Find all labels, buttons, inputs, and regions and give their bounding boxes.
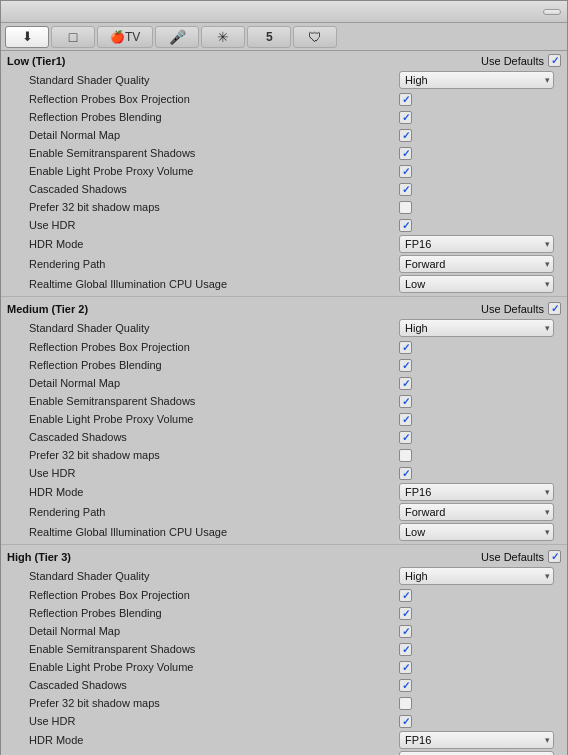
row-tier1-9: HDR ModeFP16R11G11B10	[1, 234, 567, 254]
row-tier1-3: Detail Normal Map	[1, 126, 567, 144]
checkbox-tier1-8[interactable]	[399, 219, 412, 232]
row-tier3-9: HDR ModeFP16R11G11B10	[1, 730, 567, 750]
select-tier1-11[interactable]: LowMediumHighUnlimited	[399, 275, 554, 293]
row-label-tier2-2: Reflection Probes Blending	[29, 359, 399, 371]
row-label-tier1-1: Reflection Probes Box Projection	[29, 93, 399, 105]
row-control-tier1-7	[399, 201, 559, 214]
select-tier2-9[interactable]: FP16R11G11B10	[399, 483, 554, 501]
checkbox-tier2-2[interactable]	[399, 359, 412, 372]
tab-controller[interactable]: 🎤	[155, 26, 199, 48]
select-tier2-0[interactable]: LowMediumHigh	[399, 319, 554, 337]
row-control-tier1-4	[399, 147, 559, 160]
checkbox-tier1-6[interactable]	[399, 183, 412, 196]
checkbox-tier1-7[interactable]	[399, 201, 412, 214]
use-defaults-label-tier2: Use Defaults	[481, 303, 544, 315]
select-tier3-0[interactable]: LowMediumHigh	[399, 567, 554, 585]
checkbox-tier2-8[interactable]	[399, 467, 412, 480]
row-tier3-5: Enable Light Probe Proxy Volume	[1, 658, 567, 676]
row-label-tier2-3: Detail Normal Map	[29, 377, 399, 389]
tab-mobile[interactable]: ⬇	[5, 26, 49, 48]
row-label-tier2-11: Realtime Global Illumination CPU Usage	[29, 526, 399, 538]
select-tier1-9[interactable]: FP16R11G11B10	[399, 235, 554, 253]
select-tier2-10[interactable]: ForwardDeferred	[399, 503, 554, 521]
checkbox-tier3-1[interactable]	[399, 589, 412, 602]
row-tier2-3: Detail Normal Map	[1, 374, 567, 392]
row-label-tier1-0: Standard Shader Quality	[29, 74, 399, 86]
row-tier3-10: Rendering PathForwardDeferred	[1, 750, 567, 755]
row-tier1-1: Reflection Probes Box Projection	[1, 90, 567, 108]
tier-header-tier2: Medium (Tier 2) Use Defaults	[1, 299, 567, 318]
tier-defaults-tier3: Use Defaults	[481, 550, 561, 563]
use-defaults-checkbox-tier2[interactable]	[548, 302, 561, 315]
row-control-tier3-3	[399, 625, 559, 638]
row-tier3-0: Standard Shader QualityLowMediumHigh	[1, 566, 567, 586]
row-tier2-9: HDR ModeFP16R11G11B10	[1, 482, 567, 502]
checkbox-tier3-2[interactable]	[399, 607, 412, 620]
row-label-tier3-2: Reflection Probes Blending	[29, 607, 399, 619]
checkbox-tier1-3[interactable]	[399, 129, 412, 142]
row-label-tier1-10: Rendering Path	[29, 258, 399, 270]
tier-title-tier2: Medium (Tier 2)	[7, 303, 88, 315]
checkbox-tier3-6[interactable]	[399, 679, 412, 692]
select-tier1-0[interactable]: LowMediumHigh	[399, 71, 554, 89]
select-tier3-10[interactable]: ForwardDeferred	[399, 751, 554, 755]
row-control-tier1-5	[399, 165, 559, 178]
row-control-tier2-3	[399, 377, 559, 390]
use-defaults-checkbox-tier3[interactable]	[548, 550, 561, 563]
row-control-tier3-2	[399, 607, 559, 620]
tab-tablet[interactable]: □	[51, 26, 95, 48]
row-tier3-3: Detail Normal Map	[1, 622, 567, 640]
use-defaults-checkbox-tier1[interactable]	[548, 54, 561, 67]
checkbox-tier1-2[interactable]	[399, 111, 412, 124]
select-wrapper-tier2-0: LowMediumHigh	[399, 319, 554, 337]
row-label-tier2-8: Use HDR	[29, 467, 399, 479]
row-tier2-5: Enable Light Probe Proxy Volume	[1, 410, 567, 428]
checkbox-tier2-6[interactable]	[399, 431, 412, 444]
tab-html5[interactable]: 5	[247, 26, 291, 48]
select-tier3-9[interactable]: FP16R11G11B10	[399, 731, 554, 749]
checkbox-tier1-4[interactable]	[399, 147, 412, 160]
checkbox-tier3-5[interactable]	[399, 661, 412, 674]
checkbox-tier2-1[interactable]	[399, 341, 412, 354]
tab-star[interactable]: ✳	[201, 26, 245, 48]
use-defaults-label-tier3: Use Defaults	[481, 551, 544, 563]
row-label-tier2-10: Rendering Path	[29, 506, 399, 518]
checkbox-tier3-4[interactable]	[399, 643, 412, 656]
checkbox-tier2-7[interactable]	[399, 449, 412, 462]
checkbox-tier2-4[interactable]	[399, 395, 412, 408]
divider-0	[1, 296, 567, 297]
checkbox-tier3-3[interactable]	[399, 625, 412, 638]
row-control-tier2-8	[399, 467, 559, 480]
title-bar	[1, 1, 567, 23]
select-tier1-10[interactable]: ForwardDeferred	[399, 255, 554, 273]
row-control-tier3-0: LowMediumHigh	[399, 567, 559, 585]
checkbox-tier1-5[interactable]	[399, 165, 412, 178]
select-wrapper-tier1-10: ForwardDeferred	[399, 255, 554, 273]
row-tier1-5: Enable Light Probe Proxy Volume	[1, 162, 567, 180]
select-wrapper-tier3-10: ForwardDeferred	[399, 751, 554, 755]
divider-1	[1, 544, 567, 545]
row-tier2-10: Rendering PathForwardDeferred	[1, 502, 567, 522]
tier-settings-window: ⬇ □ 🍎TV 🎤 ✳ 5 🛡 Low (Tier1) Use Defaults…	[0, 0, 568, 755]
select-tier2-11[interactable]: LowMediumHighUnlimited	[399, 523, 554, 541]
row-control-tier2-4	[399, 395, 559, 408]
tier-header-tier3: High (Tier 3) Use Defaults	[1, 547, 567, 566]
select-wrapper-tier1-9: FP16R11G11B10	[399, 235, 554, 253]
checkbox-tier1-1[interactable]	[399, 93, 412, 106]
row-label-tier3-1: Reflection Probes Box Projection	[29, 589, 399, 601]
tab-appletv[interactable]: 🍎TV	[97, 26, 153, 48]
row-control-tier1-11: LowMediumHighUnlimited	[399, 275, 559, 293]
tab-shield[interactable]: 🛡	[293, 26, 337, 48]
checkbox-tier2-5[interactable]	[399, 413, 412, 426]
row-label-tier1-11: Realtime Global Illumination CPU Usage	[29, 278, 399, 290]
row-tier3-6: Cascaded Shadows	[1, 676, 567, 694]
row-label-tier2-6: Cascaded Shadows	[29, 431, 399, 443]
row-label-tier2-1: Reflection Probes Box Projection	[29, 341, 399, 353]
row-control-tier1-2	[399, 111, 559, 124]
checkbox-tier3-7[interactable]	[399, 697, 412, 710]
open-editor-button[interactable]	[543, 9, 561, 15]
checkbox-tier3-8[interactable]	[399, 715, 412, 728]
checkbox-tier2-3[interactable]	[399, 377, 412, 390]
row-tier1-4: Enable Semitransparent Shadows	[1, 144, 567, 162]
select-wrapper-tier2-9: FP16R11G11B10	[399, 483, 554, 501]
